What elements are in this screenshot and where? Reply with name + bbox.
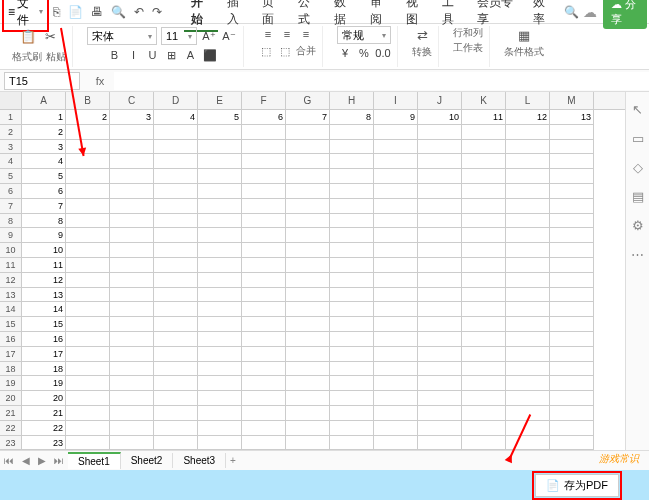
new-icon[interactable]: ⎘ <box>49 5 64 19</box>
sheet-nav-next[interactable]: ▶ <box>34 455 50 466</box>
shrink-font-icon[interactable]: A⁻ <box>221 28 237 44</box>
cell[interactable] <box>154 347 198 362</box>
cell[interactable] <box>198 273 242 288</box>
cell[interactable] <box>374 140 418 155</box>
cell[interactable] <box>462 436 506 450</box>
row-header[interactable]: 3 <box>0 140 22 155</box>
cell[interactable] <box>418 347 462 362</box>
search-icon[interactable]: 🔍 <box>560 5 583 19</box>
cell[interactable] <box>286 243 330 258</box>
cell[interactable] <box>242 214 286 229</box>
cell[interactable] <box>550 228 594 243</box>
cell[interactable] <box>550 436 594 450</box>
cell[interactable]: 15 <box>22 317 66 332</box>
cell[interactable] <box>506 199 550 214</box>
undo-icon[interactable]: ↶ <box>130 5 148 19</box>
cell[interactable] <box>374 154 418 169</box>
cell[interactable] <box>286 288 330 303</box>
print-icon[interactable]: 🖶 <box>87 5 107 19</box>
cell[interactable] <box>374 228 418 243</box>
cell[interactable] <box>462 273 506 288</box>
cell[interactable] <box>506 376 550 391</box>
sheet-tab-1[interactable]: Sheet1 <box>68 452 121 469</box>
cell[interactable] <box>242 406 286 421</box>
cell[interactable] <box>66 317 110 332</box>
cell[interactable]: 9 <box>374 110 418 125</box>
cell[interactable] <box>550 214 594 229</box>
cell[interactable] <box>198 436 242 450</box>
cell[interactable]: 2 <box>22 125 66 140</box>
cell[interactable] <box>154 125 198 140</box>
row-header[interactable]: 2 <box>0 125 22 140</box>
underline-button[interactable]: U <box>145 47 161 63</box>
cell[interactable] <box>418 199 462 214</box>
cell[interactable]: 19 <box>22 376 66 391</box>
cell[interactable] <box>374 302 418 317</box>
fill-color-icon[interactable]: ⬛ <box>202 47 218 63</box>
row-header[interactable]: 13 <box>0 288 22 303</box>
cell[interactable] <box>110 243 154 258</box>
cell[interactable] <box>198 362 242 377</box>
row-header[interactable]: 20 <box>0 391 22 406</box>
cell[interactable] <box>418 362 462 377</box>
col-header[interactable]: C <box>110 92 154 109</box>
cell[interactable] <box>506 140 550 155</box>
cell[interactable] <box>110 302 154 317</box>
cell[interactable] <box>374 288 418 303</box>
cell[interactable] <box>330 258 374 273</box>
cell[interactable]: 10 <box>418 110 462 125</box>
font-name-select[interactable]: 宋体▾ <box>87 27 157 45</box>
cell[interactable] <box>462 125 506 140</box>
cell[interactable] <box>110 228 154 243</box>
cell[interactable] <box>66 391 110 406</box>
cell[interactable] <box>66 214 110 229</box>
cell[interactable]: 4 <box>22 154 66 169</box>
add-sheet-button[interactable]: + <box>226 455 240 466</box>
cell[interactable] <box>242 362 286 377</box>
cell[interactable] <box>462 317 506 332</box>
col-header[interactable]: G <box>286 92 330 109</box>
cursor-icon[interactable]: ↖ <box>632 102 643 117</box>
row-header[interactable]: 18 <box>0 362 22 377</box>
cell[interactable] <box>330 302 374 317</box>
cell[interactable]: 4 <box>154 110 198 125</box>
align-left-icon[interactable]: ⬚ <box>258 43 274 59</box>
cell[interactable] <box>418 302 462 317</box>
cell[interactable] <box>66 436 110 450</box>
cell[interactable] <box>330 140 374 155</box>
row-header[interactable]: 7 <box>0 199 22 214</box>
sheet-tab-3[interactable]: Sheet3 <box>173 453 226 468</box>
cell[interactable] <box>330 436 374 450</box>
cell[interactable] <box>418 140 462 155</box>
number-format-select[interactable]: 常规▾ <box>337 26 391 44</box>
copy-icon[interactable]: 📋 <box>19 27 37 45</box>
currency-icon[interactable]: ¥ <box>337 45 353 61</box>
cell[interactable] <box>154 154 198 169</box>
cell[interactable] <box>462 302 506 317</box>
cell[interactable] <box>154 199 198 214</box>
cell[interactable] <box>550 125 594 140</box>
cell[interactable]: 17 <box>22 347 66 362</box>
sheet-nav-prev[interactable]: ◀ <box>18 455 34 466</box>
cell[interactable] <box>242 376 286 391</box>
cell[interactable]: 23 <box>22 436 66 450</box>
cell[interactable] <box>506 421 550 436</box>
cell[interactable] <box>418 376 462 391</box>
col-header[interactable]: F <box>242 92 286 109</box>
cell[interactable] <box>462 258 506 273</box>
cell[interactable]: 2 <box>66 110 110 125</box>
cell[interactable] <box>154 317 198 332</box>
cell[interactable] <box>462 154 506 169</box>
cell[interactable] <box>154 228 198 243</box>
sheet-nav-first[interactable]: ⏮ <box>0 455 18 466</box>
cell[interactable] <box>110 391 154 406</box>
cell[interactable] <box>330 273 374 288</box>
cell[interactable] <box>374 391 418 406</box>
row-header[interactable]: 17 <box>0 347 22 362</box>
cell[interactable] <box>462 140 506 155</box>
cell[interactable] <box>506 184 550 199</box>
cell[interactable] <box>198 332 242 347</box>
cell[interactable]: 22 <box>22 421 66 436</box>
cell[interactable] <box>242 258 286 273</box>
cell[interactable] <box>66 376 110 391</box>
